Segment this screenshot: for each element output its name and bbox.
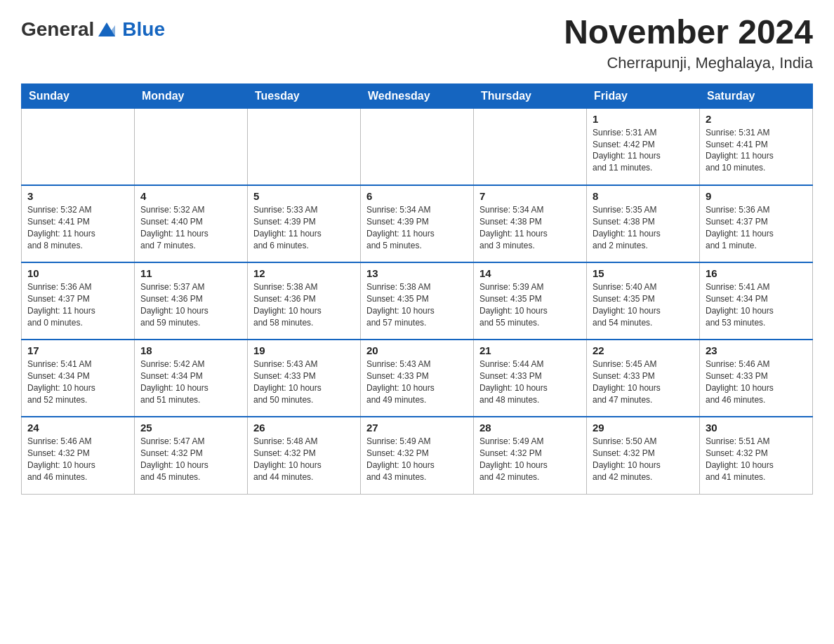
day-info: Sunrise: 5:36 AMSunset: 4:37 PMDaylight:… bbox=[27, 281, 128, 328]
day-number: 10 bbox=[27, 267, 128, 279]
calendar-week-row: 10Sunrise: 5:36 AMSunset: 4:37 PMDayligh… bbox=[22, 262, 813, 340]
day-info: Sunrise: 5:45 AMSunset: 4:33 PMDaylight:… bbox=[593, 358, 694, 405]
day-info: Sunrise: 5:43 AMSunset: 4:33 PMDaylight:… bbox=[366, 358, 468, 405]
page-title: November 2024 bbox=[564, 14, 813, 51]
calendar-cell: 21Sunrise: 5:44 AMSunset: 4:33 PMDayligh… bbox=[474, 340, 587, 417]
day-number: 24 bbox=[27, 422, 128, 434]
days-of-week-row: SundayMondayTuesdayWednesdayThursdayFrid… bbox=[22, 83, 813, 108]
day-info: Sunrise: 5:39 AMSunset: 4:35 PMDaylight:… bbox=[479, 281, 581, 328]
title-block: November 2024 Cherrapunji, Meghalaya, In… bbox=[564, 14, 813, 72]
day-info: Sunrise: 5:51 AMSunset: 4:32 PMDaylight:… bbox=[706, 436, 807, 483]
day-info: Sunrise: 5:37 AMSunset: 4:36 PMDaylight:… bbox=[140, 281, 241, 328]
logo: General Blue bbox=[21, 18, 165, 41]
day-info: Sunrise: 5:38 AMSunset: 4:36 PMDaylight:… bbox=[253, 281, 355, 328]
calendar-cell bbox=[22, 108, 135, 185]
calendar-cell: 7Sunrise: 5:34 AMSunset: 4:38 PMDaylight… bbox=[474, 185, 587, 262]
logo-blue-text: Blue bbox=[122, 18, 165, 41]
day-info: Sunrise: 5:46 AMSunset: 4:33 PMDaylight:… bbox=[706, 358, 807, 405]
page-subtitle: Cherrapunji, Meghalaya, India bbox=[564, 54, 813, 72]
day-number: 25 bbox=[140, 422, 241, 434]
day-number: 30 bbox=[706, 422, 807, 434]
calendar-cell: 10Sunrise: 5:36 AMSunset: 4:37 PMDayligh… bbox=[22, 262, 135, 340]
day-number: 6 bbox=[366, 190, 468, 202]
day-number: 17 bbox=[27, 344, 128, 356]
calendar-cell: 8Sunrise: 5:35 AMSunset: 4:38 PMDaylight… bbox=[587, 185, 700, 262]
logo-general-text: General bbox=[21, 18, 94, 41]
calendar-cell: 13Sunrise: 5:38 AMSunset: 4:35 PMDayligh… bbox=[361, 262, 474, 340]
day-number: 18 bbox=[140, 344, 241, 356]
day-number: 13 bbox=[366, 267, 468, 279]
day-info: Sunrise: 5:33 AMSunset: 4:39 PMDaylight:… bbox=[253, 204, 355, 251]
calendar-cell: 1Sunrise: 5:31 AMSunset: 4:42 PMDaylight… bbox=[587, 108, 700, 185]
calendar-cell: 30Sunrise: 5:51 AMSunset: 4:32 PMDayligh… bbox=[700, 417, 813, 494]
day-number: 19 bbox=[253, 344, 355, 356]
day-number: 7 bbox=[479, 190, 581, 202]
day-number: 8 bbox=[593, 190, 694, 202]
day-info: Sunrise: 5:35 AMSunset: 4:38 PMDaylight:… bbox=[593, 204, 694, 251]
day-info: Sunrise: 5:47 AMSunset: 4:32 PMDaylight:… bbox=[140, 436, 241, 483]
day-info: Sunrise: 5:31 AMSunset: 4:41 PMDaylight:… bbox=[706, 127, 807, 174]
day-info: Sunrise: 5:49 AMSunset: 4:32 PMDaylight:… bbox=[366, 436, 468, 483]
calendar-cell: 12Sunrise: 5:38 AMSunset: 4:36 PMDayligh… bbox=[248, 262, 361, 340]
calendar-cell: 26Sunrise: 5:48 AMSunset: 4:32 PMDayligh… bbox=[248, 417, 361, 494]
day-number: 22 bbox=[593, 344, 694, 356]
calendar-cell: 23Sunrise: 5:46 AMSunset: 4:33 PMDayligh… bbox=[700, 340, 813, 417]
calendar-cell: 15Sunrise: 5:40 AMSunset: 4:35 PMDayligh… bbox=[587, 262, 700, 340]
calendar-week-row: 24Sunrise: 5:46 AMSunset: 4:32 PMDayligh… bbox=[22, 417, 813, 494]
day-info: Sunrise: 5:38 AMSunset: 4:35 PMDaylight:… bbox=[366, 281, 468, 328]
day-info: Sunrise: 5:41 AMSunset: 4:34 PMDaylight:… bbox=[706, 281, 807, 328]
day-number: 21 bbox=[479, 344, 581, 356]
day-of-week-header: Friday bbox=[587, 83, 700, 108]
day-number: 29 bbox=[593, 422, 694, 434]
day-number: 14 bbox=[479, 267, 581, 279]
day-of-week-header: Monday bbox=[135, 83, 248, 108]
logo-triangle-icon bbox=[95, 20, 118, 39]
calendar-table: SundayMondayTuesdayWednesdayThursdayFrid… bbox=[21, 83, 813, 495]
page-header: General Blue November 2024 Cherrapunji, … bbox=[21, 14, 813, 72]
calendar-cell: 29Sunrise: 5:50 AMSunset: 4:32 PMDayligh… bbox=[587, 417, 700, 494]
day-number: 15 bbox=[593, 267, 694, 279]
calendar-cell: 28Sunrise: 5:49 AMSunset: 4:32 PMDayligh… bbox=[474, 417, 587, 494]
day-number: 16 bbox=[706, 267, 807, 279]
day-number: 11 bbox=[140, 267, 241, 279]
calendar-cell: 19Sunrise: 5:43 AMSunset: 4:33 PMDayligh… bbox=[248, 340, 361, 417]
day-number: 28 bbox=[479, 422, 581, 434]
day-number: 5 bbox=[253, 190, 355, 202]
day-info: Sunrise: 5:41 AMSunset: 4:34 PMDaylight:… bbox=[27, 358, 128, 405]
day-number: 4 bbox=[140, 190, 241, 202]
day-info: Sunrise: 5:44 AMSunset: 4:33 PMDaylight:… bbox=[479, 358, 581, 405]
calendar-cell: 14Sunrise: 5:39 AMSunset: 4:35 PMDayligh… bbox=[474, 262, 587, 340]
calendar-cell bbox=[248, 108, 361, 185]
calendar-week-row: 3Sunrise: 5:32 AMSunset: 4:41 PMDaylight… bbox=[22, 185, 813, 262]
day-number: 2 bbox=[706, 113, 807, 125]
calendar-cell: 25Sunrise: 5:47 AMSunset: 4:32 PMDayligh… bbox=[135, 417, 248, 494]
day-of-week-header: Tuesday bbox=[248, 83, 361, 108]
calendar-cell bbox=[474, 108, 587, 185]
calendar-cell: 22Sunrise: 5:45 AMSunset: 4:33 PMDayligh… bbox=[587, 340, 700, 417]
calendar-cell: 20Sunrise: 5:43 AMSunset: 4:33 PMDayligh… bbox=[361, 340, 474, 417]
day-info: Sunrise: 5:36 AMSunset: 4:37 PMDaylight:… bbox=[706, 204, 807, 251]
calendar-body: 1Sunrise: 5:31 AMSunset: 4:42 PMDaylight… bbox=[22, 108, 813, 494]
calendar-cell: 17Sunrise: 5:41 AMSunset: 4:34 PMDayligh… bbox=[22, 340, 135, 417]
calendar-cell: 9Sunrise: 5:36 AMSunset: 4:37 PMDaylight… bbox=[700, 185, 813, 262]
calendar-cell bbox=[135, 108, 248, 185]
day-number: 20 bbox=[366, 344, 468, 356]
day-info: Sunrise: 5:32 AMSunset: 4:40 PMDaylight:… bbox=[140, 204, 241, 251]
calendar-cell: 6Sunrise: 5:34 AMSunset: 4:39 PMDaylight… bbox=[361, 185, 474, 262]
calendar-cell: 3Sunrise: 5:32 AMSunset: 4:41 PMDaylight… bbox=[22, 185, 135, 262]
day-info: Sunrise: 5:32 AMSunset: 4:41 PMDaylight:… bbox=[27, 204, 128, 251]
day-number: 3 bbox=[27, 190, 128, 202]
day-info: Sunrise: 5:34 AMSunset: 4:38 PMDaylight:… bbox=[479, 204, 581, 251]
calendar-week-row: 1Sunrise: 5:31 AMSunset: 4:42 PMDaylight… bbox=[22, 108, 813, 185]
day-info: Sunrise: 5:43 AMSunset: 4:33 PMDaylight:… bbox=[253, 358, 355, 405]
day-of-week-header: Saturday bbox=[700, 83, 813, 108]
calendar-cell: 4Sunrise: 5:32 AMSunset: 4:40 PMDaylight… bbox=[135, 185, 248, 262]
day-number: 9 bbox=[706, 190, 807, 202]
day-of-week-header: Sunday bbox=[22, 83, 135, 108]
calendar-cell: 24Sunrise: 5:46 AMSunset: 4:32 PMDayligh… bbox=[22, 417, 135, 494]
calendar-cell bbox=[361, 108, 474, 185]
day-number: 23 bbox=[706, 344, 807, 356]
day-info: Sunrise: 5:34 AMSunset: 4:39 PMDaylight:… bbox=[366, 204, 468, 251]
day-number: 12 bbox=[253, 267, 355, 279]
calendar-cell: 11Sunrise: 5:37 AMSunset: 4:36 PMDayligh… bbox=[135, 262, 248, 340]
